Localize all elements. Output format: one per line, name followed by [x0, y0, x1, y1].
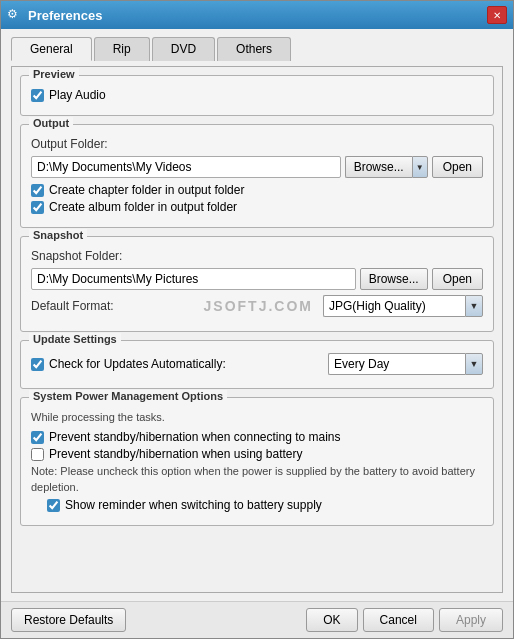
- reminder-checkbox[interactable]: [47, 499, 60, 512]
- battery-note: Note: Please uncheck this option when th…: [31, 464, 483, 495]
- prevent-battery-row: Prevent standby/hibernation when using b…: [31, 447, 483, 461]
- reminder-row: Show reminder when switching to battery …: [47, 498, 483, 512]
- output-browse-split: Browse... ▼: [345, 156, 428, 178]
- power-group-label: System Power Management Options: [29, 390, 227, 402]
- prevent-mains-row: Prevent standby/hibernation when connect…: [31, 430, 483, 444]
- output-folder-label: Output Folder:: [31, 137, 483, 151]
- preferences-window: ⚙ Preferences ✕ General Rip DVD Others P…: [0, 0, 514, 639]
- apply-button[interactable]: Apply: [439, 608, 503, 632]
- prevent-battery-checkbox[interactable]: [31, 448, 44, 461]
- window-icon: ⚙: [7, 7, 23, 23]
- format-label: Default Format:: [31, 299, 114, 313]
- play-audio-checkbox[interactable]: [31, 89, 44, 102]
- check-updates-checkbox[interactable]: [31, 358, 44, 371]
- create-album-label: Create album folder in output folder: [49, 200, 237, 214]
- output-group: Output Output Folder: Browse... ▼ Open C…: [20, 124, 494, 228]
- play-audio-row: Play Audio: [31, 88, 483, 102]
- create-album-row: Create album folder in output folder: [31, 200, 483, 214]
- check-updates-row: Check for Updates Automatically: Every D…: [31, 353, 483, 375]
- output-folder-row: Browse... ▼ Open: [31, 156, 483, 178]
- tab-bar: General Rip DVD Others: [11, 37, 503, 61]
- format-dropdown-container: JPG(High Quality) ▼: [323, 295, 483, 317]
- snapshot-folder-label: Snapshot Folder:: [31, 249, 483, 263]
- prevent-mains-checkbox[interactable]: [31, 431, 44, 444]
- output-browse-button[interactable]: Browse...: [345, 156, 412, 178]
- create-chapter-checkbox[interactable]: [31, 184, 44, 197]
- reminder-label: Show reminder when switching to battery …: [65, 498, 322, 512]
- format-dropdown-arrow[interactable]: ▼: [465, 295, 483, 317]
- play-audio-label: Play Audio: [49, 88, 106, 102]
- format-select[interactable]: JPG(High Quality): [323, 295, 465, 317]
- frequency-dropdown-arrow[interactable]: ▼: [465, 353, 483, 375]
- cancel-button[interactable]: Cancel: [363, 608, 434, 632]
- snapshot-folder-row: Browse... Open: [31, 268, 483, 290]
- frequency-dropdown-container: Every Day Every Week Every Month Never ▼: [328, 353, 483, 375]
- create-chapter-label: Create chapter folder in output folder: [49, 183, 244, 197]
- snapshot-group: Snapshot Snapshot Folder: Browse... Open…: [20, 236, 494, 332]
- tab-others[interactable]: Others: [217, 37, 291, 61]
- restore-defaults-button[interactable]: Restore Defaults: [11, 608, 126, 632]
- main-content: General Rip DVD Others Preview Play Audi…: [1, 29, 513, 601]
- output-browse-arrow[interactable]: ▼: [412, 156, 428, 178]
- prevent-mains-label: Prevent standby/hibernation when connect…: [49, 430, 341, 444]
- ok-button[interactable]: OK: [306, 608, 357, 632]
- power-description: While processing the tasks.: [31, 410, 483, 425]
- snapshot-open-button[interactable]: Open: [432, 268, 483, 290]
- snapshot-group-label: Snapshot: [29, 229, 87, 241]
- tab-content-general: Preview Play Audio Output Output Folder:: [11, 66, 503, 593]
- format-row: Default Format: JSOFTJ.COM JPG(High Qual…: [31, 295, 483, 317]
- check-updates-label: Check for Updates Automatically:: [49, 357, 226, 371]
- bottom-bar: Restore Defaults OK Cancel Apply: [1, 601, 513, 638]
- title-bar: ⚙ Preferences ✕: [1, 1, 513, 29]
- snapshot-browse-button[interactable]: Browse...: [360, 268, 428, 290]
- frequency-select[interactable]: Every Day Every Week Every Month Never: [328, 353, 465, 375]
- bottom-right-buttons: OK Cancel Apply: [306, 608, 503, 632]
- update-group-label: Update Settings: [29, 333, 121, 345]
- window-title: Preferences: [28, 8, 102, 23]
- create-chapter-row: Create chapter folder in output folder: [31, 183, 483, 197]
- snapshot-folder-input[interactable]: [31, 268, 356, 290]
- create-album-checkbox[interactable]: [31, 201, 44, 214]
- tab-dvd[interactable]: DVD: [152, 37, 215, 61]
- output-open-button[interactable]: Open: [432, 156, 483, 178]
- output-group-label: Output: [29, 117, 73, 129]
- preview-group: Preview Play Audio: [20, 75, 494, 116]
- tab-general[interactable]: General: [11, 37, 92, 61]
- output-folder-input[interactable]: [31, 156, 341, 178]
- preview-group-label: Preview: [29, 68, 79, 80]
- tab-rip[interactable]: Rip: [94, 37, 150, 61]
- update-group: Update Settings Check for Updates Automa…: [20, 340, 494, 389]
- power-group: System Power Management Options While pr…: [20, 397, 494, 526]
- prevent-battery-label: Prevent standby/hibernation when using b…: [49, 447, 303, 461]
- watermark: JSOFTJ.COM: [204, 298, 313, 314]
- close-button[interactable]: ✕: [487, 6, 507, 24]
